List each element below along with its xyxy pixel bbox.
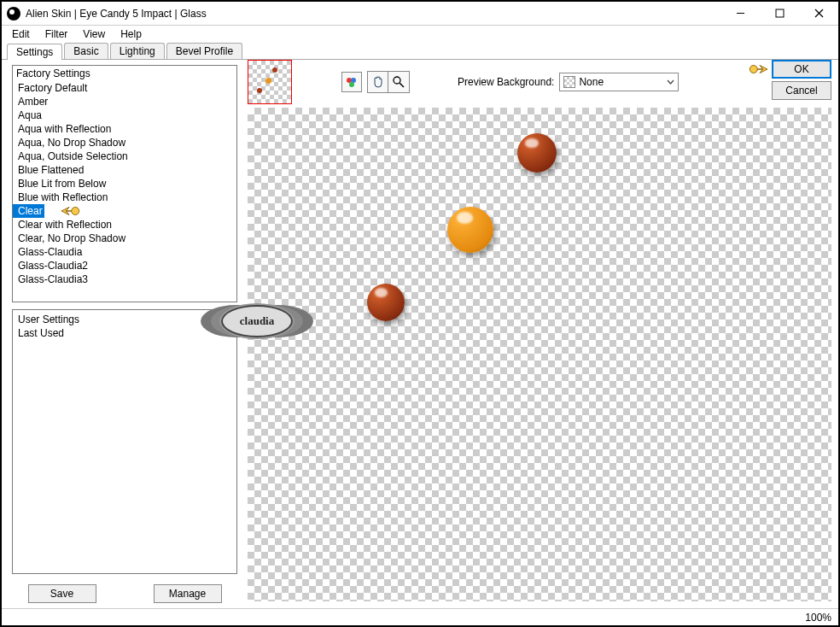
svg-rect-1	[776, 9, 784, 17]
menu-view[interactable]: View	[76, 26, 112, 42]
list-item[interactable]: Amber	[13, 95, 236, 108]
list-item[interactable]: Last Used	[13, 326, 236, 340]
list-item[interactable]: Factory Default	[13, 81, 236, 95]
svg-point-4	[72, 208, 79, 215]
list-item[interactable]: Aqua	[13, 108, 236, 122]
list-item[interactable]: Clear, No Drop Shadow	[13, 231, 236, 245]
thumb-sphere-icon	[265, 78, 271, 84]
glass-sphere	[447, 207, 493, 253]
color-picker-tool-icon[interactable]	[341, 72, 362, 92]
hand-tool-icon[interactable]	[368, 72, 388, 92]
list-item-selected[interactable]: Clear	[13, 204, 44, 218]
zoom-level: 100%	[805, 612, 831, 624]
app-window: Alien Skin | Eye Candy 5 Impact | Glass …	[0, 0, 840, 627]
preview-bg-dropdown[interactable]: None	[559, 73, 679, 91]
preview-bg-value: None	[579, 76, 604, 88]
preview-canvas[interactable]	[248, 108, 831, 601]
window-controls	[720, 2, 838, 25]
transparency-swatch-icon	[563, 76, 575, 88]
pointer-hand-icon	[55, 203, 83, 219]
preview-area: OK Cancel	[241, 60, 838, 608]
minimize-button[interactable]	[720, 2, 760, 25]
list-item[interactable]: Blue with Reflection	[13, 190, 236, 204]
settings-panel: Factory Settings Factory Default Amber A…	[2, 60, 241, 608]
factory-settings-header: Factory Settings	[13, 66, 236, 81]
glass-sphere	[367, 284, 405, 321]
menu-help[interactable]: Help	[114, 26, 149, 42]
navigator-thumbnail[interactable]	[248, 60, 292, 104]
glass-sphere	[517, 133, 557, 173]
maximize-button[interactable]	[760, 2, 799, 25]
list-item[interactable]: Aqua, No Drop Shadow	[13, 136, 236, 149]
menu-bar: Edit Filter View Help	[2, 26, 838, 43]
thumb-sphere-icon	[272, 67, 277, 73]
tab-settings[interactable]: Settings	[7, 44, 62, 60]
list-item[interactable]: Glass-Claudia	[13, 245, 236, 259]
factory-settings-listbox[interactable]: Factory Settings Factory Default Amber A…	[12, 65, 237, 302]
list-item[interactable]: Blue Lit from Below	[13, 177, 236, 190]
svg-point-9	[394, 77, 400, 84]
preview-bg-label: Preview Background:	[458, 76, 554, 88]
list-item[interactable]: Clear with Reflection	[13, 218, 236, 231]
list-item[interactable]: Aqua with Reflection	[13, 122, 236, 136]
window-title: Alien Skin | Eye Candy 5 Impact | Glass	[26, 8, 720, 20]
zoom-tool-icon[interactable]	[388, 72, 409, 92]
thumb-sphere-icon	[257, 88, 262, 93]
view-tools-group	[367, 71, 410, 93]
factory-settings-body[interactable]: Factory Default Amber Aqua Aqua with Ref…	[13, 81, 236, 302]
close-button[interactable]	[799, 2, 838, 25]
main-area: Factory Settings Factory Default Amber A…	[2, 60, 838, 608]
tab-bevel-profile[interactable]: Bevel Profile	[166, 43, 242, 59]
save-button[interactable]: Save	[28, 584, 96, 603]
svg-line-10	[400, 83, 404, 87]
list-item[interactable]: Aqua, Outside Selection	[13, 149, 236, 163]
app-icon	[7, 7, 20, 21]
list-item[interactable]: Glass-Claudia3	[13, 272, 236, 286]
list-item[interactable]: Glass-Claudia2	[13, 259, 236, 272]
menu-edit[interactable]: Edit	[5, 26, 37, 42]
list-item[interactable]: Blue Flattened	[13, 163, 236, 177]
user-settings-header: User Settings	[13, 310, 236, 326]
status-bar: 100%	[2, 608, 838, 625]
tab-basic[interactable]: Basic	[64, 43, 108, 59]
menu-filter[interactable]: Filter	[38, 26, 75, 42]
panel-button-row: Save Manage	[12, 581, 237, 603]
user-settings-listbox[interactable]: User Settings Last Used	[12, 309, 237, 574]
chevron-down-icon	[667, 76, 674, 88]
manage-button[interactable]: Manage	[154, 584, 222, 603]
tab-strip: Settings Basic Lighting Bevel Profile	[2, 43, 838, 60]
title-bar: Alien Skin | Eye Candy 5 Impact | Glass	[2, 2, 838, 26]
svg-point-8	[349, 82, 354, 87]
preview-controls: Preview Background: None	[241, 60, 838, 104]
tab-lighting[interactable]: Lighting	[110, 43, 165, 59]
